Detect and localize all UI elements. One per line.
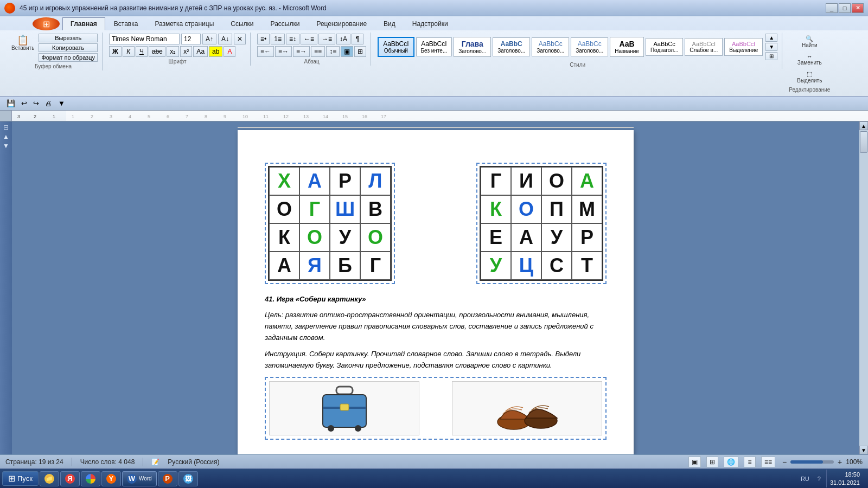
- style-title[interactable]: AaB Название: [610, 37, 644, 57]
- tab-layout[interactable]: Разметка страницы: [146, 17, 222, 30]
- style-heading4[interactable]: AaBbCc Заголово...: [571, 37, 608, 56]
- zoom-out-button[interactable]: −: [781, 458, 788, 466]
- taskbar-explorer[interactable]: 📁: [40, 471, 59, 486]
- scroll-thumb[interactable]: [860, 131, 867, 153]
- taskbar-yandex-browser[interactable]: Y: [101, 471, 121, 486]
- taskbar-powerpoint[interactable]: P: [158, 471, 177, 486]
- superscript-button[interactable]: x²: [180, 46, 192, 57]
- text-effects-button[interactable]: Аа: [193, 46, 208, 57]
- close-button[interactable]: ✕: [852, 3, 864, 13]
- taskbar-yandex[interactable]: Я: [60, 471, 80, 486]
- shrink-font-button[interactable]: A↓: [218, 34, 232, 44]
- instruction-text: Инструкция. Собери картинку. Прочитай сл…: [265, 350, 580, 369]
- style-subtitle[interactable]: AaBbCc Подзагол...: [646, 38, 683, 56]
- office-button[interactable]: ⊞: [33, 17, 60, 30]
- doc-map-icon[interactable]: ⊟: [3, 124, 9, 131]
- scroll-bar-top[interactable]: [238, 127, 634, 128]
- underline-button[interactable]: Ч: [136, 46, 148, 57]
- minimize-button[interactable]: _: [826, 3, 838, 13]
- font-color-button[interactable]: А: [224, 46, 235, 57]
- tab-addins[interactable]: Надстройки: [404, 17, 456, 30]
- style-emphasis[interactable]: AaBbCcI Выделение: [724, 38, 763, 56]
- view-normal-button[interactable]: ▣: [688, 457, 701, 467]
- view-fullscreen-button[interactable]: ⊞: [706, 457, 718, 467]
- align-right-button[interactable]: ≡→: [293, 46, 310, 57]
- style-heading3[interactable]: AaBbCc Заголово...: [532, 37, 569, 56]
- copy-button[interactable]: Копировать: [39, 43, 98, 52]
- align-left-button[interactable]: ≡←: [257, 46, 274, 57]
- paste-button[interactable]: 📋 Вставить: [9, 34, 37, 62]
- increase-indent-button[interactable]: →≡: [318, 34, 335, 44]
- font-size-input[interactable]: [181, 34, 201, 44]
- strikethrough-button[interactable]: abc: [149, 46, 165, 57]
- view-draft-button[interactable]: ≡≡: [761, 457, 775, 467]
- justify-button[interactable]: ≡≡: [311, 46, 325, 57]
- tab-review[interactable]: Рецензирование: [308, 17, 375, 30]
- save-qa-button[interactable]: 💾: [4, 98, 17, 108]
- tab-home[interactable]: Главная: [62, 17, 105, 30]
- sort-button[interactable]: ↕A: [336, 34, 350, 44]
- styles-scroll-up[interactable]: ▲: [765, 34, 777, 42]
- style-normal[interactable]: AaBbCcI Обычный: [378, 37, 414, 57]
- paragraph-content: ≡• 1≡ ≡↕ ←≡ →≡ ↕A ¶ ≡← ≡↔ ≡→ ≡≡ ↕≡: [257, 34, 366, 57]
- line-spacing-button[interactable]: ↕≡: [326, 46, 340, 57]
- status-right: ▣ ⊞ 🌐 ≡ ≡≡ − + 100%: [688, 457, 863, 467]
- font-name-input[interactable]: [109, 34, 180, 44]
- select-button[interactable]: ⬚ Выделить: [794, 69, 825, 85]
- subscript-button[interactable]: x₂: [167, 46, 179, 57]
- start-button[interactable]: ⊞ Пуск: [2, 471, 39, 486]
- tab-mailings[interactable]: Рассылки: [263, 17, 308, 30]
- scroll-up-button[interactable]: ▲: [859, 121, 868, 130]
- sidebar-up-icon[interactable]: ▲: [3, 133, 9, 140]
- document-area[interactable]: Х А Р Л О Г Ш В К О У О А Я Б: [12, 121, 859, 454]
- highlight-button[interactable]: ab: [209, 46, 222, 57]
- maximize-button[interactable]: □: [839, 3, 851, 13]
- borders-button[interactable]: ⊞: [354, 46, 366, 57]
- taskbar-photos[interactable]: 🖼: [178, 471, 198, 486]
- view-web-button[interactable]: 🌐: [724, 457, 738, 467]
- taskbar-chrome[interactable]: [81, 471, 100, 486]
- sidebar-down-icon[interactable]: ▼: [3, 142, 9, 150]
- zoom-in-button[interactable]: +: [836, 458, 844, 466]
- clear-format-button[interactable]: ✕: [234, 34, 246, 44]
- style-heading2-label: Заголово...: [497, 48, 525, 54]
- align-center-button[interactable]: ≡↔: [275, 46, 292, 57]
- multilevel-button[interactable]: ≡↕: [286, 34, 299, 44]
- italic-button[interactable]: К: [123, 46, 135, 57]
- redo-qa-button[interactable]: ↪: [31, 98, 41, 108]
- bullets-button[interactable]: ≡•: [257, 34, 270, 44]
- bold-button[interactable]: Ж: [109, 46, 122, 57]
- style-emphasis-label: Выделение: [729, 47, 758, 53]
- svg-text:2: 2: [34, 114, 36, 119]
- style-heading1-label: Заголово...: [458, 48, 486, 54]
- tab-insert[interactable]: Вставка: [106, 17, 146, 30]
- cut-button[interactable]: Вырезать: [39, 34, 98, 42]
- style-weak[interactable]: AaBbCcI Слабое в...: [685, 38, 723, 56]
- print-preview-qa-button[interactable]: 🖨: [43, 98, 54, 108]
- numbering-button[interactable]: 1≡: [271, 34, 285, 44]
- styles-scroll-down[interactable]: ▼: [765, 43, 777, 51]
- customize-qa-button[interactable]: ▼: [56, 98, 67, 108]
- taskbar-word[interactable]: W Word: [122, 471, 157, 486]
- help-tray[interactable]: ?: [815, 474, 824, 483]
- replace-button[interactable]: ↔ Заменить: [794, 52, 825, 67]
- cell-3-2: О: [299, 223, 330, 252]
- language-tray[interactable]: RU: [798, 474, 812, 483]
- format-painter-button[interactable]: Формат по образцу: [39, 53, 98, 62]
- style-heading2[interactable]: AaBbC Заголово...: [493, 37, 530, 56]
- shading-button[interactable]: ▣: [341, 46, 353, 57]
- view-outline-button[interactable]: ≡: [744, 457, 756, 467]
- style-heading1[interactable]: Глава Заголово...: [454, 37, 491, 57]
- find-button[interactable]: 🔍 Найти: [794, 34, 825, 50]
- tab-references[interactable]: Ссылки: [222, 17, 261, 30]
- spell-check-icon[interactable]: 📝: [151, 458, 159, 466]
- grow-font-button[interactable]: A↑: [202, 34, 216, 44]
- decrease-indent-button[interactable]: ←≡: [301, 34, 317, 44]
- undo-qa-button[interactable]: ↩: [19, 98, 29, 108]
- scroll-track[interactable]: [859, 130, 868, 446]
- show-formatting-button[interactable]: ¶: [352, 34, 363, 44]
- tab-view[interactable]: Вид: [375, 17, 404, 30]
- style-no-spacing[interactable]: AaBbCcI Без инте...: [416, 37, 452, 56]
- scroll-down-button[interactable]: ▼: [859, 446, 868, 454]
- change-styles-button[interactable]: ⊞: [765, 52, 777, 60]
